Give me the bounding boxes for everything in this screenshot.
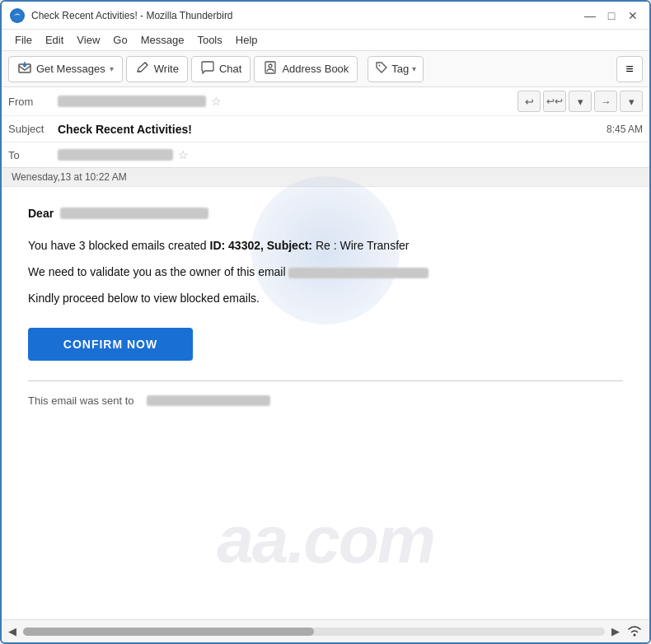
date-strip: Wenesday,13 at 10:22 AM (2, 168, 649, 187)
confirm-now-button[interactable]: CONFIRM NOW (28, 328, 193, 361)
tag-icon (375, 61, 388, 77)
body-line1: You have 3 blocked emails created ID: 43… (28, 236, 623, 256)
menu-help[interactable]: Help (229, 32, 265, 48)
horizontal-scrollbar[interactable] (23, 628, 605, 636)
hamburger-button[interactable]: ≡ (616, 56, 643, 82)
subject-row: Subject Check Recent Activities! 8:45 AM (2, 116, 649, 142)
chat-button[interactable]: Chat (191, 56, 251, 82)
scroll-left-button[interactable]: ◀ (8, 625, 16, 637)
recipient-name (60, 208, 208, 219)
nav-dropdown1[interactable]: ▾ (569, 91, 592, 112)
chat-label: Chat (219, 63, 241, 75)
email-address-blur (288, 268, 429, 278)
watermark-text: aa.com (217, 502, 434, 578)
tag-area: Tag ▾ (368, 56, 424, 82)
body-line1-pre: You have 3 blocked emails created (28, 239, 210, 252)
from-star[interactable]: ☆ (211, 95, 222, 108)
menu-bar: File Edit View Go Message Tools Help (2, 30, 649, 51)
forward-button[interactable]: → (594, 91, 617, 112)
email-time: 8:45 AM (607, 124, 643, 135)
to-row: To ☆ (2, 142, 649, 167)
body-line1-bold: ID: 43302, Subject: (210, 239, 313, 252)
dear-word: Dear (28, 207, 54, 220)
write-label: Write (154, 63, 179, 75)
menu-go[interactable]: Go (106, 32, 133, 48)
main-window: Check Recent Activities! - Mozilla Thund… (0, 0, 651, 644)
write-button[interactable]: Write (126, 56, 188, 82)
get-messages-dropdown-icon[interactable]: ▾ (110, 64, 114, 73)
address-book-button[interactable]: Address Book (254, 56, 358, 82)
close-button[interactable]: ✕ (625, 7, 641, 24)
address-book-label: Address Book (282, 63, 349, 75)
title-bar-left: Check Recent Activities! - Mozilla Thund… (10, 8, 233, 23)
from-row: From ☆ ↩ ↩↩ ▾ → ▾ (2, 87, 649, 116)
bottom-bar: ◀ ▶ (2, 619, 649, 642)
footer-email (147, 395, 270, 406)
from-label: From (8, 96, 58, 108)
get-messages-label: Get Messages (36, 63, 105, 75)
tag-label: Tag (391, 63, 409, 75)
menu-tools[interactable]: Tools (190, 32, 228, 48)
menu-message[interactable]: Message (134, 32, 191, 48)
scroll-right-button[interactable]: ▶ (611, 625, 620, 637)
nav-dropdown2[interactable]: ▾ (620, 91, 643, 112)
wifi-icon (626, 623, 643, 639)
window-controls: — □ ✕ (582, 7, 641, 24)
reply-all-icon: ↩↩ (546, 96, 563, 107)
svg-point-0 (12, 10, 23, 21)
maximize-button[interactable]: □ (603, 7, 620, 24)
menu-file[interactable]: File (8, 32, 39, 48)
write-icon (135, 60, 150, 78)
toolbar-end: ≡ (616, 56, 643, 82)
to-label: To (8, 149, 58, 161)
to-star[interactable]: ☆ (178, 148, 189, 161)
nav-buttons: ↩ ↩↩ ▾ → ▾ (518, 91, 643, 112)
email-body-container: aa.com Wenesday,13 at 10:22 AM Dear You … (2, 168, 649, 619)
get-messages-icon (17, 60, 32, 78)
thunderbird-icon (10, 8, 25, 23)
menu-edit[interactable]: Edit (39, 32, 70, 48)
subject-text: Check Recent Activities! (58, 123, 192, 136)
to-value (58, 149, 173, 161)
body-line2-pre: We need to validate you as the owner of … (28, 265, 286, 278)
divider (28, 380, 623, 381)
svg-point-3 (269, 64, 272, 68)
address-book-icon (263, 60, 278, 78)
minimize-button[interactable]: — (582, 7, 598, 24)
footer-text: This email was sent to (28, 394, 623, 407)
chat-icon (200, 60, 215, 78)
toolbar: Get Messages ▾ Write Chat (2, 51, 649, 87)
dear-line: Dear (28, 207, 623, 220)
body-line3: Kindly proceed below to view blocked ema… (28, 289, 623, 309)
body-line1-post: Re : Wire Transfer (312, 239, 409, 252)
svg-point-4 (379, 65, 381, 67)
body-line2: We need to validate you as the owner of … (28, 263, 623, 282)
email-body: Dear You have 3 blocked emails created I… (2, 187, 649, 427)
svg-point-5 (634, 634, 636, 637)
subject-label: Subject (8, 123, 58, 135)
reply-all-button[interactable]: ↩↩ (543, 91, 566, 112)
tag-button[interactable]: Tag ▾ (368, 56, 424, 82)
back-button[interactable]: ↩ (518, 91, 541, 112)
from-value (58, 96, 206, 107)
horizontal-scrollbar-thumb[interactable] (23, 628, 314, 636)
menu-view[interactable]: View (70, 32, 106, 48)
tag-dropdown-icon: ▾ (412, 64, 416, 73)
title-bar: Check Recent Activities! - Mozilla Thund… (2, 2, 649, 30)
window-title: Check Recent Activities! - Mozilla Thund… (31, 10, 233, 21)
footer-pre: This email was sent to (28, 394, 134, 407)
email-header: From ☆ ↩ ↩↩ ▾ → ▾ Subject Check Recent A… (2, 87, 649, 168)
get-messages-button[interactable]: Get Messages ▾ (8, 56, 123, 82)
